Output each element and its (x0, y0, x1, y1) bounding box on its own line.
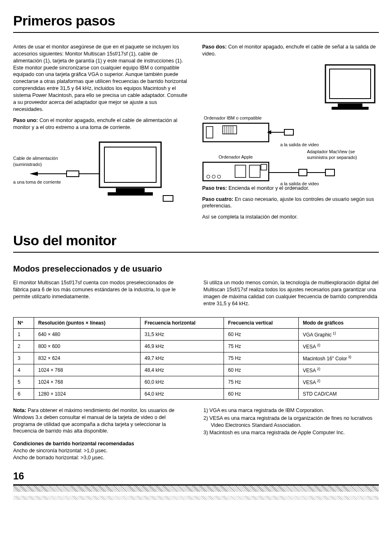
table-cell: 49,7 kHz (140, 352, 224, 364)
table-cell: 832 × 624 (34, 352, 141, 364)
table-cell: VESA 2) (298, 364, 378, 376)
step1: Paso uno: Con el monitor apagado, enchuf… (13, 117, 187, 131)
step4: Paso cuatro: En caso necesario, ajuste l… (202, 196, 379, 210)
step1-body: Con el monitor apagado, enchufe el cable… (13, 117, 178, 130)
section1-closing: Así se completa la instalación del monit… (202, 214, 379, 221)
svg-rect-0 (99, 142, 161, 187)
table-cell: 75 Hz (224, 352, 299, 364)
th-mode: Modo de gráficos (298, 317, 378, 328)
section2-para-left: El monitor Multiscan 15sf/17sf cuenta co… (13, 279, 189, 300)
footnote-ref: 2) (316, 379, 321, 383)
step1-label: Paso uno: (13, 117, 38, 123)
footnote-ref: 2) (316, 367, 321, 371)
svg-rect-14 (206, 127, 213, 138)
cond-line1: Ancho de sincronía horizontal: >1,0 µsec… (13, 448, 108, 454)
svg-point-25 (207, 175, 210, 178)
table-cell: STD CAD/CAM (298, 388, 378, 399)
th-num: Nº (14, 317, 34, 328)
table-row: 51024 × 76860,0 kHz75 HzVESA 2) (14, 376, 379, 388)
table-cell: 46,9 kHz (140, 340, 224, 352)
svg-rect-32 (299, 169, 307, 176)
table-row: 41024 × 76848,4 kHz60 HzVESA 2) (14, 364, 379, 376)
table-cell: 5 (14, 376, 34, 388)
table-cell: 48,4 kHz (140, 364, 224, 376)
table-cell: 1280 × 1024 (34, 388, 141, 399)
table-cell: 75 Hz (224, 340, 299, 352)
svg-marker-8 (30, 172, 38, 176)
diag1-outlet-label: a una toma de corriente (13, 179, 61, 185)
table-row: 2800 × 60046,9 kHz75 HzVESA 2) (14, 340, 379, 352)
svg-rect-6 (67, 171, 79, 177)
table-cell: Macintosh 16" Color 3) (298, 352, 378, 364)
footnote-ref: 3) (347, 355, 352, 359)
svg-point-27 (217, 175, 221, 178)
table-cell: 3 (14, 352, 34, 364)
cond-heading: Condiciones de barrido horizontal recome… (13, 441, 134, 447)
step2: Paso dos: Con el monitor apagado, enchuf… (202, 44, 379, 58)
table-cell: 1 (14, 328, 34, 340)
modes-table: Nº Resolución (puntos × líneas) Frecuenc… (13, 317, 379, 400)
table-cell: 60 Hz (224, 364, 299, 376)
section1-rule (13, 32, 379, 33)
step2-body: Con el monitor apagado, enchufe el cable… (202, 44, 376, 57)
cond-line2: Ancho de borrado horizontal: >3,0 µsec. (13, 455, 104, 461)
svg-rect-28 (235, 165, 246, 177)
svg-rect-11 (338, 104, 362, 107)
footnote-ref: 1) (332, 331, 336, 335)
section2-para-right: Si utiliza un modo menos común, la tecno… (203, 279, 379, 307)
svg-rect-3 (108, 192, 153, 196)
diagram-power-cable: Cable de alimentación (suministrado) a u… (13, 135, 187, 209)
footnote-3: 3) Macintosh es una marca registrada de … (203, 429, 379, 436)
section2-rule (13, 252, 379, 253)
svg-rect-1 (104, 147, 156, 182)
diag1-cable-label: Cable de alimentación (suministrado) (13, 155, 71, 168)
svg-rect-9 (325, 65, 375, 103)
table-cell: 31,5 kHz (140, 328, 224, 340)
step3-label: Paso tres: (202, 185, 227, 191)
nota-body: Para obtener el máximo rendimiento del m… (13, 408, 175, 434)
svg-point-26 (212, 175, 215, 178)
footer-texture-1 (13, 484, 379, 492)
table-cell: VESA 2) (298, 376, 378, 388)
notes-columns: Nota: Para obtener el máximo rendimiento… (13, 407, 379, 465)
svg-rect-23 (284, 129, 293, 135)
table-cell: 1024 × 768 (34, 364, 141, 376)
section2-intro-cols: El monitor Multiscan 15sf/17sf cuenta co… (13, 279, 379, 311)
section2-subheading: Modos preseleccionados y de usuario (13, 263, 379, 274)
table-cell: 2 (14, 340, 34, 352)
section1-columns: Antes de usar el monitor asegúrese de qu… (13, 44, 379, 225)
nota-block: Nota: Para obtener el máximo rendimiento… (13, 407, 189, 435)
diag2-ibm-label: Ordenador IBM o compatible (204, 115, 262, 121)
diag2-apple-label: Ordenador Apple (219, 154, 253, 160)
table-row: 61280 × 102464,0 kHz60 HzSTD CAD/CAM (14, 388, 379, 399)
table-cell: 60,0 kHz (140, 376, 224, 388)
footnote-2: 2) VESA es una marca registrada de la or… (203, 415, 379, 429)
step2-label: Paso dos: (202, 44, 227, 50)
table-cell: VESA 2) (298, 340, 378, 352)
monitor-signal-illustration (202, 62, 379, 185)
section2-title: Uso del monitor (13, 231, 379, 250)
svg-rect-29 (249, 165, 260, 177)
table-cell: 60 Hz (224, 328, 299, 340)
svg-rect-10 (330, 69, 371, 99)
th-res: Resolución (puntos × líneas) (34, 317, 141, 328)
table-row: 1640 × 48031,5 kHz60 HzVGA Graphic 1) (14, 328, 379, 340)
table-cell: 60 Hz (224, 388, 299, 399)
step4-label: Paso cuatro: (202, 196, 233, 202)
section1-left-col: Antes de usar el monitor asegúrese de qu… (13, 44, 187, 225)
footer-texture-2 (13, 496, 379, 500)
diag2-macview-label: Adaptador MacView (se suministra por sep… (307, 149, 360, 161)
diagram-signal-cable: Ordenador IBM o compatible a la salida d… (202, 62, 379, 185)
table-cell: 4 (14, 364, 34, 376)
table-cell: 1024 × 768 (34, 376, 141, 388)
section1-title: Primeros pasos (13, 12, 379, 30)
table-cell: 6 (14, 388, 34, 399)
table-row: 3832 × 62449,7 kHz75 HzMacintosh 16" Col… (14, 352, 379, 364)
svg-rect-4 (163, 196, 173, 201)
footnote-1: 1) VGA es una marca registrada de IBM Co… (203, 407, 379, 414)
svg-rect-34 (325, 169, 334, 176)
svg-rect-30 (261, 164, 267, 170)
section1-right-col: Paso dos: Con el monitor apagado, enchuf… (202, 44, 379, 225)
table-cell: 64,0 kHz (140, 388, 224, 399)
table-cell: 75 Hz (224, 376, 299, 388)
